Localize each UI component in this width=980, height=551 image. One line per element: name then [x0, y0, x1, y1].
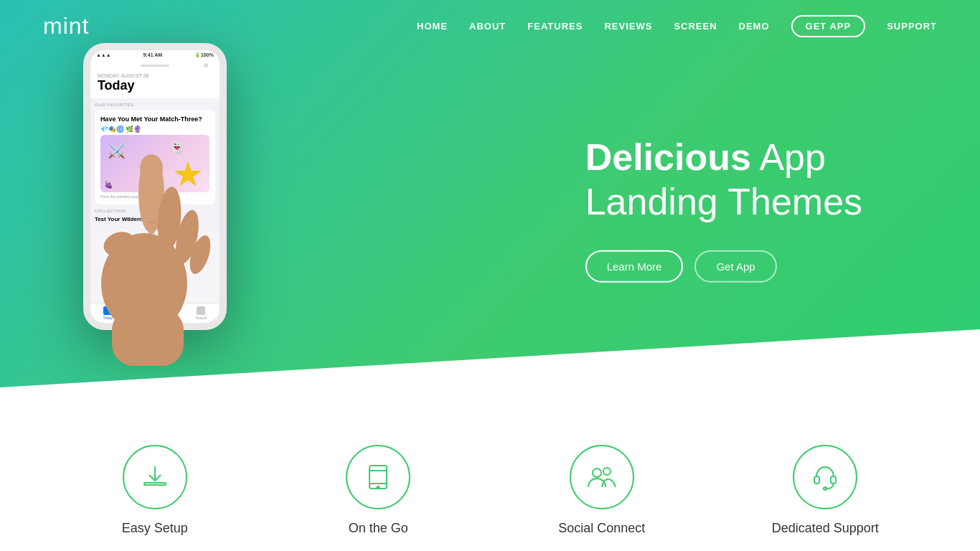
- tablet-icon: [364, 463, 392, 491]
- svg-rect-12: [369, 466, 387, 489]
- feature-on-the-go: On the Go: [306, 445, 450, 536]
- hero-section: ▲▲▲ 9:41 AM 🔋100% MONDAY, AUGUST 28 Toda…: [0, 0, 980, 387]
- dedicated-support-icon-circle: [793, 445, 857, 509]
- nav-screen[interactable]: SCREEN: [674, 21, 717, 32]
- feature-on-the-go-label: On the Go: [349, 521, 408, 536]
- logo: mint: [43, 13, 89, 39]
- svg-point-15: [377, 486, 380, 489]
- users-icon: [586, 463, 618, 491]
- svg-rect-18: [814, 476, 819, 484]
- nav-features[interactable]: FEATURES: [527, 21, 583, 32]
- nav-demo[interactable]: DEMO: [739, 21, 770, 32]
- feature-social-connect-label: Social Connect: [558, 521, 645, 536]
- svg-rect-6: [112, 309, 184, 366]
- feature-easy-setup-label: Easy Setup: [122, 521, 188, 536]
- nav-reviews[interactable]: REVIEWS: [604, 21, 652, 32]
- features-section: Easy Setup On the Go Social Connect: [0, 387, 980, 551]
- nav-home[interactable]: HOME: [417, 21, 448, 32]
- phone-date-label: MONDAY, AUGUST 28: [98, 73, 212, 78]
- get-app-button[interactable]: Get App: [694, 250, 776, 282]
- hero-text: Delicious App Landing Themes Learn More …: [585, 135, 862, 283]
- battery-icon: 🔋100%: [194, 52, 214, 58]
- status-time: 9:41 AM: [143, 52, 163, 58]
- svg-point-16: [593, 468, 601, 477]
- phone-section-label: OUR FAVORITES: [95, 103, 215, 107]
- social-connect-icon-circle: [570, 445, 634, 509]
- hero-headline: Delicious App Landing Themes: [585, 135, 862, 225]
- main-nav: HOME ABOUT FEATURES REVIEWS SCREEN DEMO …: [417, 15, 937, 37]
- hero-headline-sub: Landing Themes: [585, 181, 862, 222]
- hero-headline-bold: Delicious: [585, 136, 751, 178]
- headset-icon: [811, 463, 839, 491]
- feature-social-connect: Social Connect: [530, 445, 674, 536]
- phone-today-label: Today: [98, 78, 212, 94]
- svg-point-9: [140, 154, 163, 183]
- phone-card-title: Have You Met Your Match-Three?: [100, 116, 209, 123]
- svg-point-17: [603, 468, 611, 475]
- nav-about[interactable]: ABOUT: [469, 21, 506, 32]
- download-icon: [141, 463, 169, 491]
- signal-icon: ▲▲▲: [96, 52, 111, 58]
- feature-easy-setup: Easy Setup: [83, 445, 227, 536]
- hero-buttons: Learn More Get App: [585, 250, 862, 282]
- site-header: mint HOME ABOUT FEATURES REVIEWS SCREEN …: [0, 0, 980, 52]
- feature-dedicated-support-label: Dedicated Support: [772, 521, 879, 536]
- learn-more-button[interactable]: Learn More: [585, 250, 684, 282]
- phone-date-area: MONDAY, AUGUST 28 Today: [90, 70, 220, 98]
- nav-support[interactable]: SUPPORT: [887, 21, 937, 32]
- phone-emoji-row: 💎🎭🌀 🌿🔮: [100, 126, 209, 133]
- svg-rect-19: [831, 476, 836, 484]
- hand-illustration: [26, 151, 255, 366]
- easy-setup-icon-circle: [123, 445, 187, 509]
- svg-rect-10: [144, 483, 166, 485]
- nav-get-app[interactable]: GET APP: [791, 15, 866, 37]
- feature-dedicated-support: Dedicated Support: [753, 445, 897, 536]
- on-the-go-icon-circle: [346, 445, 410, 509]
- phone-hand-composite: ▲▲▲ 9:41 AM 🔋100% MONDAY, AUGUST 28 Toda…: [26, 43, 327, 387]
